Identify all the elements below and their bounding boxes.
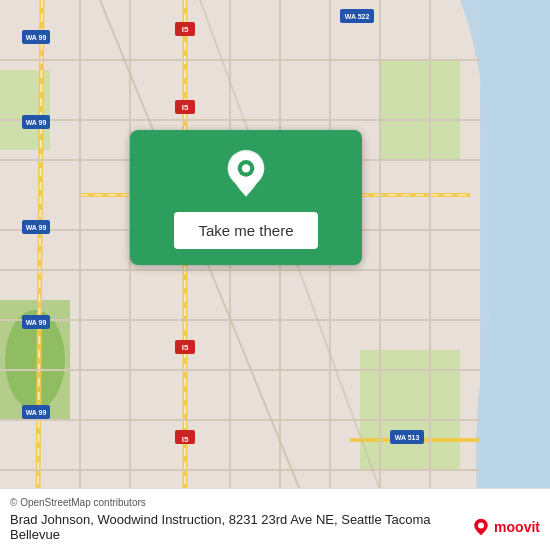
svg-text:I5: I5 <box>182 103 189 112</box>
attribution-text: © OpenStreetMap contributors <box>10 497 146 508</box>
svg-rect-4 <box>360 350 460 470</box>
svg-text:I5: I5 <box>182 25 189 34</box>
svg-point-60 <box>478 523 484 529</box>
svg-text:WA 99: WA 99 <box>26 34 47 41</box>
map-svg: I5 I5 I5 I5 I5 WA 99 WA 99 WA 99 WA 99 W… <box>0 0 550 550</box>
svg-text:I5: I5 <box>182 435 189 444</box>
location-pin-icon <box>221 150 271 200</box>
svg-rect-3 <box>380 60 460 160</box>
svg-text:WA 99: WA 99 <box>26 319 47 326</box>
osm-attribution: © OpenStreetMap contributors <box>10 497 540 508</box>
location-info-row: Brad Johnson, Woodwind Instruction, 8231… <box>10 512 540 542</box>
svg-text:WA 522: WA 522 <box>345 13 370 20</box>
svg-text:WA 99: WA 99 <box>26 224 47 231</box>
moovit-label: moovit <box>494 519 540 535</box>
svg-text:WA 513: WA 513 <box>395 434 420 441</box>
moovit-logo: moovit <box>472 518 540 536</box>
location-card: Take me there <box>130 130 362 265</box>
bottom-bar: © OpenStreetMap contributors Brad Johnso… <box>0 488 550 550</box>
take-me-there-button[interactable]: Take me there <box>174 212 317 249</box>
location-text: Brad Johnson, Woodwind Instruction, 8231… <box>10 512 464 542</box>
svg-point-59 <box>242 164 250 172</box>
moovit-pin-icon <box>472 518 490 536</box>
map-container: I5 I5 I5 I5 I5 WA 99 WA 99 WA 99 WA 99 W… <box>0 0 550 550</box>
svg-text:I5: I5 <box>182 343 189 352</box>
svg-text:WA 99: WA 99 <box>26 119 47 126</box>
svg-text:WA 99: WA 99 <box>26 409 47 416</box>
